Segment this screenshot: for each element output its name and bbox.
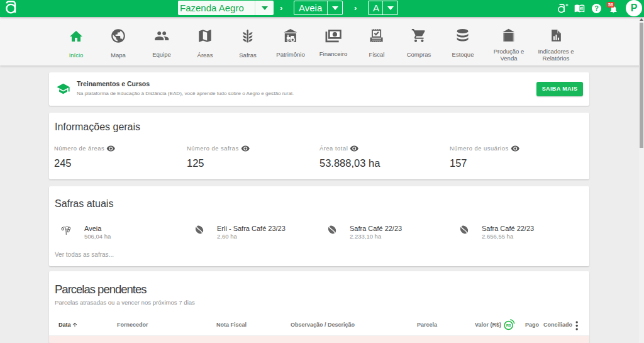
svg-text:R$: R$: [506, 323, 511, 327]
